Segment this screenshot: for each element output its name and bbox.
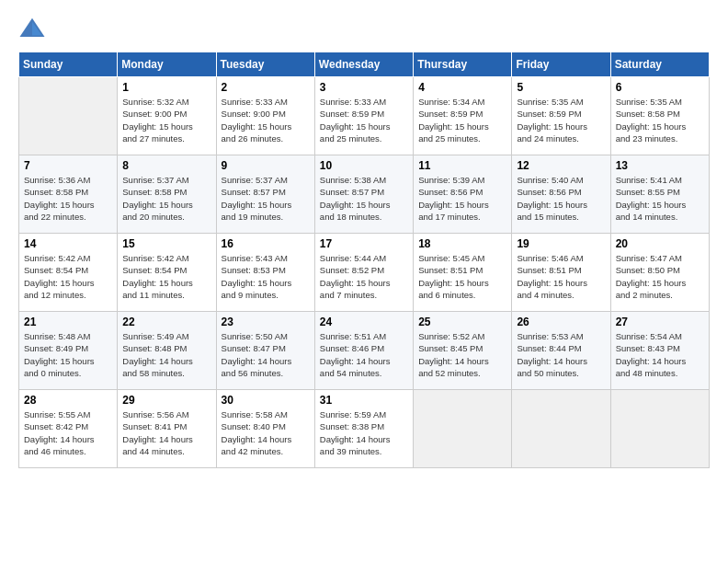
day-number: 29 [122, 394, 210, 407]
calendar-cell: 26Sunrise: 5:53 AM Sunset: 8:44 PM Dayli… [512, 312, 610, 390]
calendar-cell: 30Sunrise: 5:58 AM Sunset: 8:40 PM Dayli… [216, 390, 314, 468]
day-info: Sunrise: 5:33 AM Sunset: 9:00 PM Dayligh… [222, 96, 310, 144]
calendar-week-row: 7Sunrise: 5:36 AM Sunset: 8:58 PM Daylig… [19, 155, 710, 234]
day-number: 7 [24, 159, 112, 172]
calendar-cell [414, 390, 512, 468]
calendar-week-row: 21Sunrise: 5:48 AM Sunset: 8:49 PM Dayli… [19, 312, 710, 390]
day-info: Sunrise: 5:53 AM Sunset: 8:44 PM Dayligh… [517, 330, 605, 379]
page-header [18, 15, 710, 42]
calendar-cell: 8Sunrise: 5:37 AM Sunset: 8:58 PM Daylig… [118, 155, 216, 234]
calendar-cell: 24Sunrise: 5:51 AM Sunset: 8:46 PM Dayli… [314, 312, 413, 390]
logo [18, 15, 50, 42]
calendar-week-row: 1Sunrise: 5:32 AM Sunset: 9:00 PM Daylig… [19, 77, 710, 155]
day-number: 16 [222, 237, 310, 250]
day-info: Sunrise: 5:42 AM Sunset: 8:54 PM Dayligh… [122, 252, 210, 301]
calendar-cell: 13Sunrise: 5:41 AM Sunset: 8:55 PM Dayli… [610, 155, 709, 234]
calendar-cell: 23Sunrise: 5:50 AM Sunset: 8:47 PM Dayli… [216, 312, 314, 390]
day-info: Sunrise: 5:39 AM Sunset: 8:56 PM Dayligh… [418, 174, 506, 223]
day-info: Sunrise: 5:54 AM Sunset: 8:43 PM Dayligh… [616, 330, 704, 379]
day-info: Sunrise: 5:35 AM Sunset: 8:58 PM Dayligh… [616, 96, 704, 144]
day-info: Sunrise: 5:52 AM Sunset: 8:45 PM Dayligh… [418, 330, 506, 379]
day-number: 19 [517, 237, 605, 250]
day-number: 5 [517, 81, 605, 94]
day-info: Sunrise: 5:56 AM Sunset: 8:41 PM Dayligh… [122, 408, 210, 457]
calendar-cell: 16Sunrise: 5:43 AM Sunset: 8:53 PM Dayli… [216, 234, 314, 312]
calendar-cell: 17Sunrise: 5:44 AM Sunset: 8:52 PM Dayli… [314, 234, 413, 312]
day-info: Sunrise: 5:47 AM Sunset: 8:50 PM Dayligh… [616, 252, 704, 301]
day-number: 17 [320, 237, 408, 250]
day-number: 6 [616, 81, 704, 94]
calendar-cell [610, 390, 709, 468]
day-number: 18 [418, 237, 506, 250]
day-info: Sunrise: 5:59 AM Sunset: 8:38 PM Dayligh… [320, 408, 408, 457]
calendar-cell: 9Sunrise: 5:37 AM Sunset: 8:57 PM Daylig… [216, 155, 314, 234]
calendar-cell: 14Sunrise: 5:42 AM Sunset: 8:54 PM Dayli… [19, 234, 118, 312]
day-number: 4 [418, 81, 506, 94]
day-info: Sunrise: 5:44 AM Sunset: 8:52 PM Dayligh… [320, 252, 408, 301]
day-number: 31 [320, 394, 408, 407]
day-info: Sunrise: 5:37 AM Sunset: 8:58 PM Dayligh… [122, 174, 210, 223]
day-number: 20 [616, 237, 704, 250]
day-number: 21 [24, 316, 112, 328]
day-number: 30 [222, 394, 310, 407]
day-info: Sunrise: 5:33 AM Sunset: 8:59 PM Dayligh… [320, 96, 408, 144]
calendar-cell: 28Sunrise: 5:55 AM Sunset: 8:42 PM Dayli… [19, 390, 118, 468]
day-number: 9 [222, 159, 310, 172]
day-info: Sunrise: 5:46 AM Sunset: 8:51 PM Dayligh… [517, 252, 605, 301]
day-info: Sunrise: 5:40 AM Sunset: 8:56 PM Dayligh… [517, 174, 605, 223]
calendar-cell: 7Sunrise: 5:36 AM Sunset: 8:58 PM Daylig… [19, 155, 118, 234]
day-header-monday: Monday [118, 52, 216, 77]
day-header-wednesday: Wednesday [314, 52, 413, 77]
calendar-cell: 21Sunrise: 5:48 AM Sunset: 8:49 PM Dayli… [19, 312, 118, 390]
calendar-table: SundayMondayTuesdayWednesdayThursdayFrid… [18, 52, 710, 468]
calendar-cell: 18Sunrise: 5:45 AM Sunset: 8:51 PM Dayli… [414, 234, 512, 312]
day-info: Sunrise: 5:43 AM Sunset: 8:53 PM Dayligh… [222, 252, 310, 301]
day-number: 12 [517, 159, 605, 172]
calendar-cell: 29Sunrise: 5:56 AM Sunset: 8:41 PM Dayli… [118, 390, 216, 468]
calendar-cell: 10Sunrise: 5:38 AM Sunset: 8:57 PM Dayli… [314, 155, 413, 234]
calendar-cell [512, 390, 610, 468]
calendar-week-row: 28Sunrise: 5:55 AM Sunset: 8:42 PM Dayli… [19, 390, 710, 468]
calendar-cell: 27Sunrise: 5:54 AM Sunset: 8:43 PM Dayli… [610, 312, 709, 390]
day-number: 25 [418, 316, 506, 328]
day-info: Sunrise: 5:51 AM Sunset: 8:46 PM Dayligh… [320, 330, 408, 379]
day-info: Sunrise: 5:42 AM Sunset: 8:54 PM Dayligh… [24, 252, 112, 301]
calendar-cell: 22Sunrise: 5:49 AM Sunset: 8:48 PM Dayli… [118, 312, 216, 390]
calendar-cell: 3Sunrise: 5:33 AM Sunset: 8:59 PM Daylig… [314, 77, 413, 155]
day-header-thursday: Thursday [414, 52, 512, 77]
day-number: 22 [122, 316, 210, 328]
calendar-cell: 19Sunrise: 5:46 AM Sunset: 8:51 PM Dayli… [512, 234, 610, 312]
day-info: Sunrise: 5:55 AM Sunset: 8:42 PM Dayligh… [24, 408, 112, 457]
day-number: 13 [616, 159, 704, 172]
calendar-week-row: 14Sunrise: 5:42 AM Sunset: 8:54 PM Dayli… [19, 234, 710, 312]
calendar-cell: 12Sunrise: 5:40 AM Sunset: 8:56 PM Dayli… [512, 155, 610, 234]
calendar-cell: 6Sunrise: 5:35 AM Sunset: 8:58 PM Daylig… [610, 77, 709, 155]
calendar-cell: 31Sunrise: 5:59 AM Sunset: 8:38 PM Dayli… [314, 390, 413, 468]
day-info: Sunrise: 5:45 AM Sunset: 8:51 PM Dayligh… [418, 252, 506, 301]
calendar-header-row: SundayMondayTuesdayWednesdayThursdayFrid… [19, 52, 710, 77]
day-number: 27 [616, 316, 704, 328]
day-number: 1 [122, 81, 210, 94]
day-number: 10 [320, 159, 408, 172]
day-number: 2 [222, 81, 310, 94]
logo-icon [18, 15, 46, 42]
day-number: 14 [24, 237, 112, 250]
day-number: 28 [24, 394, 112, 407]
calendar-cell [19, 77, 118, 155]
day-number: 23 [222, 316, 310, 328]
day-info: Sunrise: 5:35 AM Sunset: 8:59 PM Dayligh… [517, 96, 605, 144]
day-header-sunday: Sunday [19, 52, 118, 77]
day-number: 3 [320, 81, 408, 94]
day-info: Sunrise: 5:48 AM Sunset: 8:49 PM Dayligh… [24, 330, 112, 379]
calendar-cell: 15Sunrise: 5:42 AM Sunset: 8:54 PM Dayli… [118, 234, 216, 312]
day-header-friday: Friday [512, 52, 610, 77]
day-number: 11 [418, 159, 506, 172]
day-info: Sunrise: 5:32 AM Sunset: 9:00 PM Dayligh… [122, 96, 210, 144]
calendar-cell: 11Sunrise: 5:39 AM Sunset: 8:56 PM Dayli… [414, 155, 512, 234]
day-number: 15 [122, 237, 210, 250]
calendar-cell: 1Sunrise: 5:32 AM Sunset: 9:00 PM Daylig… [118, 77, 216, 155]
day-header-saturday: Saturday [610, 52, 709, 77]
day-info: Sunrise: 5:34 AM Sunset: 8:59 PM Dayligh… [418, 96, 506, 144]
day-info: Sunrise: 5:38 AM Sunset: 8:57 PM Dayligh… [320, 174, 408, 223]
day-number: 26 [517, 316, 605, 328]
